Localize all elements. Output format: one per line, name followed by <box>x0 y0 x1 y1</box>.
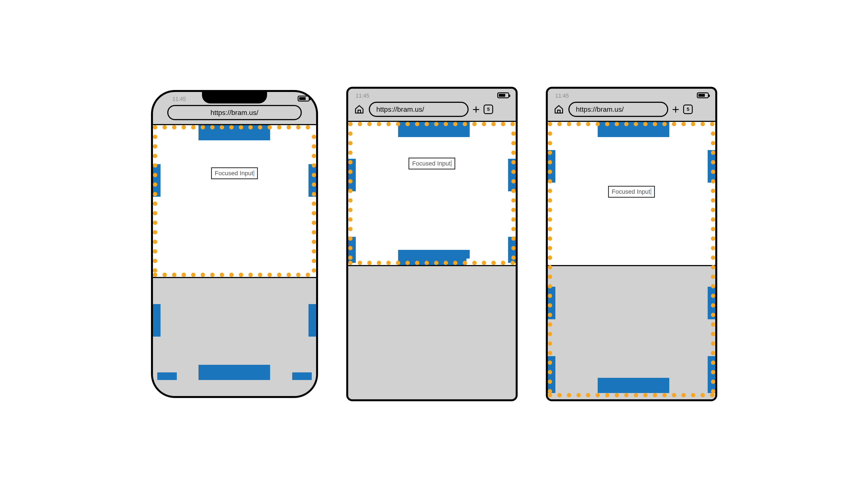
browser-toolbar: https://bram.us/ + 5 <box>548 102 715 121</box>
fixed-left-bar <box>348 159 356 191</box>
status-time: 11:45 <box>356 93 369 99</box>
home-icon[interactable] <box>553 104 564 115</box>
fixed-top-bar <box>598 122 669 137</box>
status-bar: 11:45 <box>348 89 516 102</box>
battery-icon <box>298 96 310 101</box>
phone-android-overlay: 11:45 https://bram.us/ + 5 Focus <box>546 87 717 401</box>
browser-toolbar: https://bram.us/ <box>153 105 316 124</box>
fixed-right-bar-lower <box>708 356 715 393</box>
browser-toolbar: https://bram.us/ + 5 <box>348 102 516 121</box>
new-tab-icon[interactable]: + <box>672 103 680 116</box>
fixed-left-bar-lower <box>348 237 356 263</box>
icb-outline <box>155 127 314 275</box>
fixed-left-bar-mid <box>548 287 555 319</box>
fixed-left-bar-upper <box>548 150 555 183</box>
fixed-bottom-bar <box>198 365 270 380</box>
diagram-stage: 11:45 https://bram.us/ Focused Input <box>0 0 868 488</box>
ios-notch <box>202 92 267 103</box>
url-bar[interactable]: https://bram.us/ <box>568 102 668 117</box>
input-text: Focused Input <box>612 188 650 195</box>
url-bar[interactable]: https://bram.us/ <box>167 105 302 120</box>
url-text: https://bram.us/ <box>576 105 624 113</box>
fixed-right-bar-upper <box>708 150 715 183</box>
fixed-left-bar-lower <box>153 304 160 336</box>
fixed-right-bar <box>508 159 516 191</box>
focused-input[interactable]: Focused Input <box>408 158 455 169</box>
status-time: 11:45 <box>173 96 186 102</box>
status-bar: 11:45 <box>548 89 715 102</box>
icb-outline <box>350 124 514 263</box>
viewport-content: Focused Input <box>348 122 516 265</box>
text-cursor <box>651 189 651 195</box>
fixed-top-bar <box>198 125 270 140</box>
bottom-bar-notch <box>466 259 475 265</box>
battery-icon <box>497 92 509 98</box>
fixed-left-bar-lower <box>548 356 555 393</box>
tab-count-badge[interactable]: 5 <box>683 104 693 114</box>
text-cursor <box>254 170 254 176</box>
virtual-keyboard <box>153 278 316 395</box>
url-text: https://bram.us/ <box>376 105 424 113</box>
fixed-bottom-left-stub <box>157 372 177 380</box>
fixed-bottom-right-stub <box>292 372 312 380</box>
input-text: Focused Input <box>215 170 253 177</box>
fixed-bottom-bar <box>398 250 470 265</box>
fixed-right-bar <box>309 164 316 197</box>
viewport-content: Focused Input <box>548 122 715 399</box>
url-bar[interactable]: https://bram.us/ <box>369 102 469 117</box>
fixed-right-bar-lower <box>309 304 316 336</box>
fixed-right-bar-mid <box>708 287 715 319</box>
battery-icon <box>697 92 709 98</box>
phone-android-resize: 11:45 https://bram.us/ + 5 <box>346 87 518 401</box>
home-icon[interactable] <box>353 104 365 115</box>
text-cursor <box>451 160 452 167</box>
tab-count-badge[interactable]: 5 <box>484 104 493 114</box>
focused-input[interactable]: Focused Input <box>211 167 258 179</box>
focused-input[interactable]: Focused Input <box>608 186 655 198</box>
fixed-left-bar <box>153 164 160 197</box>
input-text: Focused Input <box>412 160 451 167</box>
phone-ios: 11:45 https://bram.us/ Focused Input <box>151 90 318 398</box>
virtual-keyboard <box>348 266 516 398</box>
status-time: 11:45 <box>555 93 569 99</box>
viewport-content: Focused Input <box>153 125 316 277</box>
new-tab-icon[interactable]: + <box>472 103 480 116</box>
fixed-bottom-bar <box>598 378 669 393</box>
fixed-top-bar <box>398 122 470 137</box>
fixed-right-bar-lower <box>508 237 516 263</box>
url-text: https://bram.us/ <box>211 109 258 117</box>
